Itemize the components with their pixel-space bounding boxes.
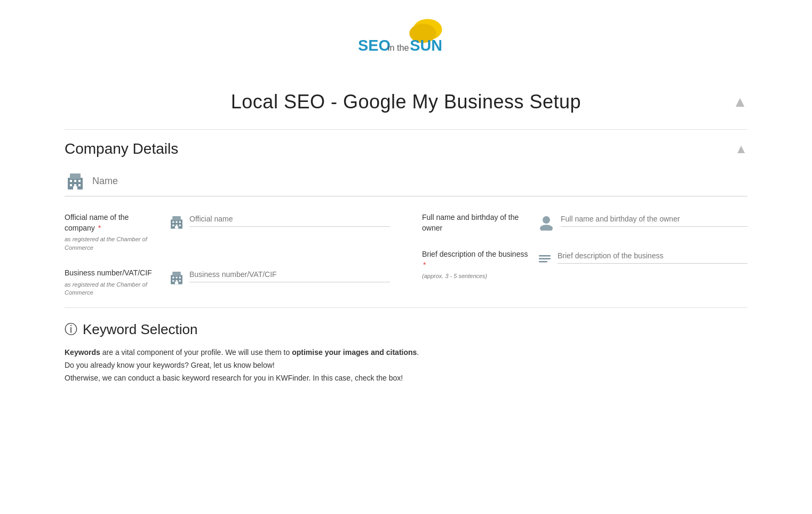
svg-rect-22: [179, 276, 181, 278]
owner-name-input-wrapper: [537, 212, 747, 232]
keyword-bold-1: Keywords: [65, 348, 100, 357]
keyword-line2: Do you already know your keywords? Great…: [65, 359, 747, 372]
svg-rect-24: [176, 280, 177, 282]
svg-rect-23: [172, 280, 174, 282]
page-title-container: Local SEO - Google My Business Setup ▲: [65, 75, 747, 129]
business-number-label: Business number/VAT/CIF: [65, 268, 161, 279]
form-grid: Official name of the company * as regist…: [65, 212, 747, 297]
description-input-wrapper: [537, 249, 747, 266]
svg-rect-16: [179, 225, 181, 226]
official-name-sublabel: as registered at the Chamber of Commerce: [65, 235, 161, 252]
official-name-input[interactable]: [189, 212, 390, 227]
svg-point-28: [540, 225, 553, 231]
owner-name-label: Full name and birthday of the owner: [422, 212, 529, 233]
svg-rect-25: [179, 280, 181, 282]
business-number-group: Business number/VAT/CIF as registered at…: [65, 268, 390, 297]
name-input[interactable]: [92, 176, 747, 187]
svg-rect-20: [172, 276, 174, 278]
official-name-label: Official name of the company *: [65, 212, 161, 233]
business-number-input-wrapper: [169, 268, 390, 285]
svg-rect-17: [175, 226, 178, 229]
svg-rect-26: [175, 282, 178, 284]
building-icon-business: [169, 270, 184, 285]
description-sublabel: (approx. 3 - 5 sentences): [422, 272, 529, 280]
svg-rect-30: [539, 258, 551, 260]
lines-icon: [537, 251, 552, 266]
logo-text-sun: SUN: [410, 37, 442, 54]
owner-name-label-block: Full name and birthday of the owner: [422, 212, 529, 233]
description-label: Brief description of the business *: [422, 249, 529, 270]
section-title: Company Details: [65, 140, 178, 157]
svg-rect-15: [176, 225, 177, 226]
person-icon: [537, 213, 555, 232]
svg-rect-4: [78, 180, 81, 182]
svg-rect-6: [74, 184, 76, 186]
svg-rect-10: [172, 216, 181, 220]
name-field-row: [65, 170, 747, 196]
building-icon-official: [169, 215, 184, 230]
description-label-block: Brief description of the business * (app…: [422, 249, 529, 281]
keyword-description: Keywords are a vital component of your p…: [65, 346, 747, 384]
official-name-group: Official name of the company * as regist…: [65, 212, 390, 252]
svg-point-27: [543, 216, 550, 224]
building-svg: [66, 171, 85, 191]
keyword-section-title: Keyword Selection: [83, 321, 197, 338]
svg-rect-19: [172, 272, 181, 276]
keyword-section: ⓘ Keyword Selection Keywords are a vital…: [65, 307, 747, 384]
keyword-bold-2: optimise your images and citations: [292, 348, 417, 357]
svg-rect-14: [172, 225, 174, 226]
section-header: Company Details ▲: [65, 140, 747, 157]
official-name-label-block: Official name of the company * as regist…: [65, 212, 161, 252]
keyword-section-header: ⓘ Keyword Selection: [65, 321, 747, 338]
svg-rect-13: [179, 221, 181, 223]
scroll-up-button-top[interactable]: ▲: [733, 93, 747, 110]
svg-rect-7: [78, 184, 81, 186]
owner-name-group: Full name and birthday of the owner: [422, 212, 747, 233]
company-details-section: Company Details ▲: [65, 129, 747, 297]
owner-name-input[interactable]: [561, 212, 747, 227]
svg-rect-11: [172, 221, 174, 223]
svg-rect-8: [73, 186, 77, 189]
building-icon-name: [65, 170, 86, 192]
keyword-line3: Otherwise, we can conduct a basic keywor…: [65, 372, 747, 385]
svg-rect-5: [70, 184, 72, 186]
business-number-label-block: Business number/VAT/CIF as registered at…: [65, 268, 161, 297]
svg-rect-12: [176, 221, 177, 223]
form-section-left: Official name of the company * as regist…: [65, 212, 390, 297]
logo-text-seo: SEO: [358, 37, 391, 54]
scroll-up-button-section[interactable]: ▲: [735, 141, 747, 156]
form-section-right: Full name and birthday of the owner: [422, 212, 747, 297]
logo: SEO in the SUN: [353, 16, 459, 64]
business-number-input[interactable]: [189, 268, 390, 282]
svg-rect-21: [176, 276, 177, 278]
logo-text-inthe: in the: [388, 43, 409, 52]
logo-container: SEO in the SUN: [65, 0, 747, 75]
svg-rect-31: [539, 261, 547, 263]
page-title: Local SEO - Google My Business Setup: [65, 91, 747, 113]
svg-rect-2: [70, 180, 72, 182]
business-number-sublabel: as registered at the Chamber of Commerce: [65, 281, 161, 297]
official-name-input-wrapper: [169, 212, 390, 230]
svg-rect-3: [74, 180, 76, 182]
description-input[interactable]: [558, 249, 747, 264]
svg-rect-1: [70, 173, 81, 179]
keyword-text-3: .: [417, 348, 419, 357]
keyword-text-2: are a vital component of your profile. W…: [100, 348, 292, 357]
description-group: Brief description of the business * (app…: [422, 249, 747, 281]
info-icon: ⓘ: [65, 321, 77, 338]
svg-rect-29: [539, 255, 551, 257]
